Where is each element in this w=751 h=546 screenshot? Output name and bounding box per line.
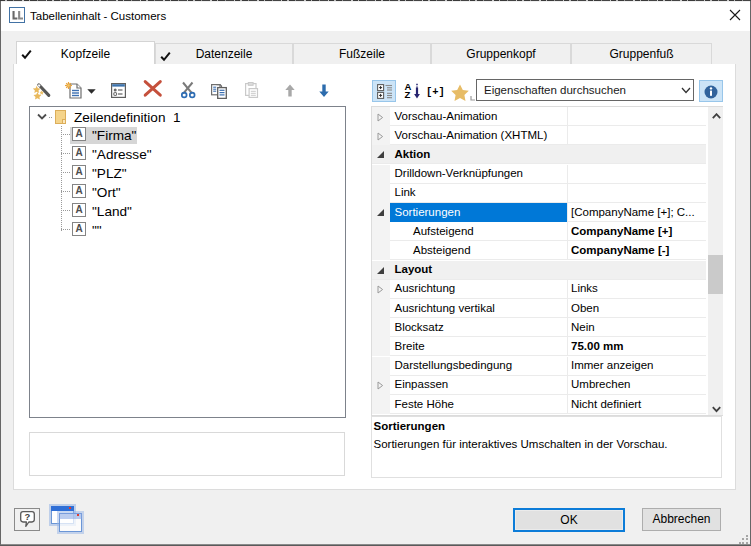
- svg-text:?: ?: [25, 511, 31, 522]
